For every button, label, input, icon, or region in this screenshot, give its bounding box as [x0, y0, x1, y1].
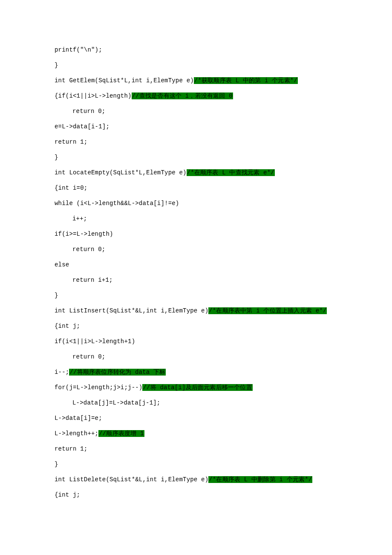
code-text: if(i<1||i>L->length+1)	[55, 338, 135, 345]
highlighted-comment: /*在顺序表中第 i 个位置上插入元素 e*/	[208, 307, 327, 314]
highlighted-comment: //顺序表度增 1	[98, 430, 144, 437]
code-text: int ListInsert(SqList*&L,int i,ElemType …	[55, 307, 208, 314]
code-text: }	[55, 154, 58, 161]
code-line: int GetElem(SqList*L,int i,ElemType e)/*…	[55, 78, 337, 84]
code-text: printf("\n");	[55, 46, 102, 53]
code-line: }	[55, 292, 337, 298]
code-line: }	[55, 461, 337, 467]
code-line: int ListInsert(SqList*&L,int i,ElemType …	[55, 308, 337, 314]
code-text: L->data[i]=e;	[55, 415, 102, 422]
code-text: }	[55, 62, 58, 69]
highlighted-comment: //将顺序表位序转化为 data 下标	[69, 369, 166, 376]
code-line: L->data[i]=e;	[55, 415, 337, 421]
code-line: L->length++;//顺序表度增 1	[55, 431, 337, 436]
code-line: {int i=0;	[55, 185, 337, 191]
code-text: {int j;	[55, 491, 80, 498]
code-line: {int j;	[55, 323, 337, 329]
highlighted-comment: //将 data[i]及后面元素后移一个位置	[142, 384, 252, 391]
code-text: i--;	[55, 369, 69, 376]
code-text: return 0;	[72, 353, 105, 360]
code-line: for(j=L->length;j>i;j--)//将 data[i]及后面元素…	[55, 384, 337, 390]
code-text: {if(i<1||i>L->length)	[55, 92, 132, 99]
highlighted-comment: /*在顺序表 L 中查找元素 e*/	[187, 169, 275, 176]
code-line: L->data[j]=L->data[j-1];	[55, 400, 337, 406]
code-text: return 1;	[55, 139, 87, 145]
code-text: else	[55, 261, 69, 268]
code-line: int ListDelete(SqList*&L,int i,ElemType …	[55, 477, 337, 483]
code-text: int LocateEmpty(SqList*L,ElemType e)	[55, 169, 187, 176]
code-line: e=L->data[i-1];	[55, 124, 337, 130]
code-text: if(i>=L->length)	[55, 231, 113, 237]
code-text: return 0;	[72, 108, 105, 115]
code-text: return i+1;	[72, 277, 113, 283]
code-line: {if(i<1||i>L->length)//查找是否有这个 i，若没有返回 0	[55, 93, 337, 99]
code-text: {int j;	[55, 323, 80, 330]
code-text: L->data[j]=L->data[j-1];	[72, 399, 160, 406]
code-page: printf("\n");}int GetElem(SqList*L,int i…	[0, 0, 337, 498]
code-line: return 0;	[55, 354, 337, 360]
code-line: {int j;	[55, 492, 337, 498]
code-text: int ListDelete(SqList*&L,int i,ElemType …	[55, 476, 208, 483]
highlighted-comment: //查找是否有这个 i，若没有返回 0	[132, 92, 233, 99]
code-text: int GetElem(SqList*L,int i,ElemType e)	[55, 77, 194, 84]
highlighted-comment: /*在顺序表 L 中删除第 i 个元素*/	[208, 476, 312, 483]
code-line: }	[55, 154, 337, 160]
code-line: }	[55, 62, 337, 68]
code-line: else	[55, 262, 337, 268]
code-line: while (i<L->length&&L->data[i]!=e)	[55, 200, 337, 206]
code-line: i++;	[55, 216, 337, 222]
code-text: i++;	[72, 215, 87, 222]
code-text: e=L->data[i-1];	[55, 123, 110, 130]
code-text: {int i=0;	[55, 185, 87, 191]
code-line: return 1;	[55, 139, 337, 145]
code-text: for(j=L->length;j>i;j--)	[55, 384, 142, 391]
code-line: return i+1;	[55, 277, 337, 283]
code-line: if(i>=L->length)	[55, 231, 337, 237]
code-line: if(i<1||i>L->length+1)	[55, 338, 337, 344]
code-line: return 0;	[55, 246, 337, 252]
code-line: int LocateEmpty(SqList*L,ElemType e)/*在顺…	[55, 170, 337, 176]
highlighted-comment: /*获取顺序表 L 中的第 i 个元素*/	[194, 77, 298, 84]
code-text: }	[55, 461, 58, 468]
code-text: L->length++;	[55, 430, 98, 437]
code-line: printf("\n");	[55, 47, 337, 53]
code-line: return 1;	[55, 446, 337, 452]
code-line: return 0;	[55, 108, 337, 114]
code-text: return 0;	[72, 246, 105, 253]
code-text: return 1;	[55, 445, 87, 452]
code-text: }	[55, 292, 58, 299]
code-text: while (i<L->length&&L->data[i]!=e)	[55, 200, 179, 207]
code-line: i--;//将顺序表位序转化为 data 下标	[55, 369, 337, 375]
